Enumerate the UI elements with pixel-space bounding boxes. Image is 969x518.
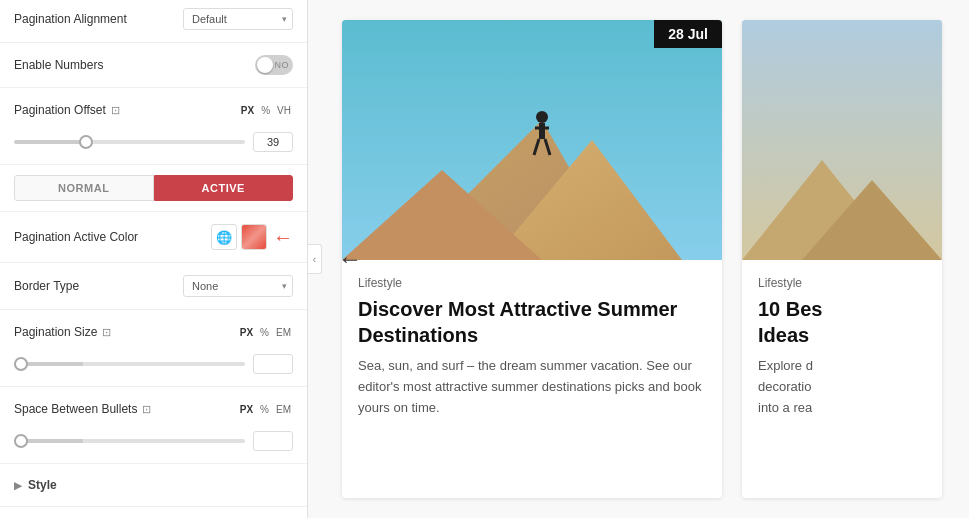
pagination-size-percent-btn[interactable]: %	[258, 326, 271, 339]
divider-4	[0, 211, 307, 212]
color-controls: 🌐	[211, 224, 267, 250]
bullets-em-btn[interactable]: EM	[274, 403, 293, 416]
card-image-bg-2	[742, 20, 942, 260]
left-panel: Pagination Alignment Default Left Center…	[0, 0, 308, 518]
tab-active[interactable]: ACTIVE	[154, 175, 294, 201]
pagination-size-label: Pagination Size ⊡	[14, 325, 238, 339]
pagination-size-units: PX % EM	[238, 326, 293, 339]
tab-row: NORMAL ACTIVE	[0, 169, 307, 207]
card-body-1: Lifestyle Discover Most Attractive Summe…	[342, 260, 722, 434]
border-type-row: Border Type None Solid Dashed ▾	[0, 267, 307, 305]
card-title-1: Discover Most Attractive Summer Destinat…	[358, 296, 706, 348]
red-arrow-indicator: ←	[273, 226, 293, 249]
toggle-knob	[257, 57, 273, 73]
pagination-size-row: Pagination Size ⊡ PX % EM	[0, 314, 307, 350]
bullets-slider[interactable]	[14, 439, 245, 443]
divider-7	[0, 386, 307, 387]
enable-numbers-toggle[interactable]: NO	[255, 55, 293, 75]
blog-card-2: Lifestyle 10 BesIdeas Explore ddecoratio…	[742, 20, 942, 498]
style-section-header[interactable]: ▶ Style	[0, 468, 307, 502]
svg-rect-5	[539, 123, 545, 139]
card-category-2: Lifestyle	[758, 276, 926, 290]
globe-icon: 🌐	[216, 230, 232, 245]
collapse-handle[interactable]: ‹	[308, 244, 322, 274]
enable-numbers-row: Enable Numbers NO	[0, 47, 307, 83]
space-between-bullets-row: Space Between Bullets ⊡ PX % EM	[0, 391, 307, 427]
bullets-monitor-icon: ⊡	[142, 403, 151, 416]
pagination-size-slider[interactable]	[14, 362, 245, 366]
unit-px-btn[interactable]: PX	[239, 104, 256, 117]
bullets-px-btn[interactable]: PX	[238, 403, 255, 416]
preview-area: ←	[322, 0, 969, 518]
bullets-slider-container	[14, 431, 293, 451]
card-body-2: Lifestyle 10 BesIdeas Explore ddecoratio…	[742, 260, 942, 434]
card-excerpt-1: Sea, sun, and surf – the dream summer va…	[358, 356, 706, 418]
svg-point-4	[536, 111, 548, 123]
bullets-percent-btn[interactable]: %	[258, 403, 271, 416]
pagination-active-color-row: Pagination Active Color 🌐 ←	[0, 216, 307, 258]
enable-numbers-toggle-container: NO	[255, 55, 293, 75]
border-type-select-wrapper: None Solid Dashed ▾	[183, 275, 293, 297]
space-between-bullets-label: Space Between Bullets ⊡	[14, 402, 238, 416]
pagination-size-slider-container	[14, 354, 293, 374]
unit-percent-btn[interactable]: %	[259, 104, 272, 117]
pagination-alignment-row: Pagination Alignment Default Left Center…	[0, 0, 307, 38]
pagination-offset-slider[interactable]	[14, 140, 245, 144]
chevron-left-icon: ‹	[313, 254, 316, 265]
style-section-label: Style	[28, 478, 57, 492]
card-scene-svg-2	[742, 20, 942, 260]
unit-buttons: PX % VH	[239, 104, 293, 117]
toggle-no-label: NO	[275, 60, 290, 70]
slider-container: 39	[14, 132, 293, 152]
color-swatch-button[interactable]	[241, 224, 267, 250]
unit-vh-btn[interactable]: VH	[275, 104, 293, 117]
divider-5	[0, 262, 307, 263]
style-chevron-icon: ▶	[14, 480, 22, 491]
divider-2	[0, 87, 307, 88]
card-title-2: 10 BesIdeas	[758, 296, 926, 348]
back-arrow[interactable]: ←	[338, 245, 362, 273]
pagination-offset-label: Pagination Offset ⊡	[14, 103, 239, 117]
bullets-slider-row	[0, 427, 307, 459]
card-category-1: Lifestyle	[358, 276, 706, 290]
color-swatch	[242, 225, 266, 249]
globe-button[interactable]: 🌐	[211, 224, 237, 250]
pagination-offset-slider-row: 39	[0, 128, 307, 160]
blog-card-1: 28 Jul Lifestyle Discover Most Attractiv…	[342, 20, 722, 498]
pagination-size-monitor-icon: ⊡	[102, 326, 111, 339]
border-type-label: Border Type	[14, 279, 183, 293]
date-badge: 28 Jul	[654, 20, 722, 48]
pagination-alignment-label: Pagination Alignment	[14, 12, 183, 26]
card-excerpt-2: Explore ddecoratiointo a rea	[758, 356, 926, 418]
card-image-bg-1	[342, 20, 722, 260]
divider-6	[0, 309, 307, 310]
border-type-select[interactable]: None Solid Dashed	[183, 275, 293, 297]
divider-3	[0, 164, 307, 165]
card-scene-svg	[342, 20, 722, 260]
bullets-input[interactable]	[253, 431, 293, 451]
divider-9	[0, 506, 307, 507]
pagination-active-color-label: Pagination Active Color	[14, 230, 211, 244]
pagination-size-input[interactable]	[253, 354, 293, 374]
monitor-icon: ⊡	[111, 104, 120, 117]
divider-8	[0, 463, 307, 464]
pagination-alignment-select[interactable]: Default Left Center Right	[183, 8, 293, 30]
bullets-units: PX % EM	[238, 403, 293, 416]
divider-1	[0, 42, 307, 43]
enable-numbers-label: Enable Numbers	[14, 58, 255, 72]
tab-normal[interactable]: NORMAL	[14, 175, 154, 201]
pagination-size-px-btn[interactable]: PX	[238, 326, 255, 339]
pagination-offset-row: Pagination Offset ⊡ PX % VH	[0, 92, 307, 128]
pagination-offset-input[interactable]: 39	[253, 132, 293, 152]
pagination-size-slider-row	[0, 350, 307, 382]
pagination-alignment-select-wrapper: Default Left Center Right ▾	[183, 8, 293, 30]
card-image-wrapper-1: 28 Jul	[342, 20, 722, 260]
right-content: ‹ ←	[308, 0, 969, 518]
excerpt-style-section-header[interactable]: ▶ Excerpt Style	[0, 511, 307, 518]
pagination-size-em-btn[interactable]: EM	[274, 326, 293, 339]
